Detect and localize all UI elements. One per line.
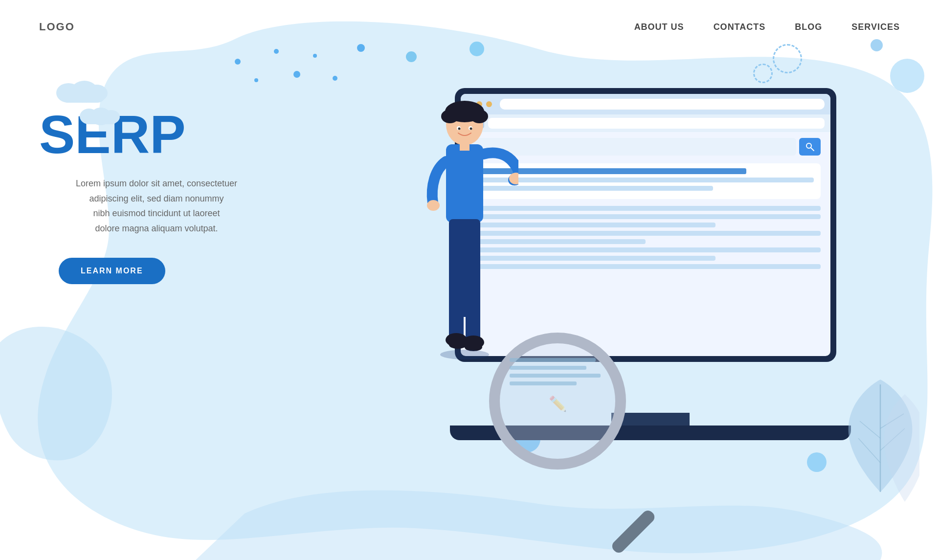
about-us-link[interactable]: ABOUT US [634,22,684,32]
nav-item-services[interactable]: SERVICES [851,22,900,32]
hero-content: SERP Lorem ipsum dolor sit amet, consect… [39,108,274,284]
address-bar[interactable] [488,118,825,129]
nav-item-about[interactable]: ABOUT US [634,22,684,32]
nav-item-blog[interactable]: BLOG [795,22,822,32]
dot-decoration-5 [313,54,317,58]
leaf-decoration [841,375,919,504]
svg-point-5 [470,110,488,123]
logo[interactable]: LOGO [39,21,75,33]
mag-handle [610,508,657,555]
result-card-1 [470,163,821,199]
svg-point-8 [458,128,461,130]
svg-rect-16 [466,254,480,342]
blog-link[interactable]: BLOG [795,22,822,32]
content-line-6 [470,247,821,252]
search-button[interactable] [799,138,821,156]
dot-decoration-4 [293,71,300,78]
svg-rect-15 [449,254,464,342]
hero-description: Lorem ipsum dolor sit amet, consectetuer… [39,176,274,236]
dot-decoration-1 [235,59,241,65]
illustration-area: ✏️ [396,39,910,528]
result-line-1a [477,178,814,182]
content-line-1 [470,206,821,211]
navbar: LOGO ABOUT US CONTACTS BLOG SERVICES [0,0,939,54]
svg-rect-11 [460,141,470,151]
dot-decoration-6 [333,76,337,81]
browser-url-bar[interactable] [500,99,825,110]
content-line-8 [470,264,821,269]
dot-decoration-2 [254,78,258,82]
svg-point-4 [441,110,459,123]
svg-rect-10 [446,144,483,223]
content-line-2 [470,214,821,219]
person-illustration [411,98,518,401]
nav-links: ABOUT US CONTACTS BLOG SERVICES [634,22,900,32]
svg-point-13 [427,200,440,211]
hero-title: SERP [39,108,274,161]
search-field[interactable] [470,138,796,156]
svg-point-9 [470,128,472,130]
svg-point-20 [449,341,467,349]
services-link[interactable]: SERVICES [851,22,900,32]
svg-line-1 [811,148,814,151]
nav-item-contacts[interactable]: CONTACTS [714,22,766,32]
svg-point-21 [440,350,489,359]
contacts-link[interactable]: CONTACTS [714,22,766,32]
content-line-4 [470,231,821,236]
learn-more-button[interactable]: LEARN MORE [59,258,165,284]
